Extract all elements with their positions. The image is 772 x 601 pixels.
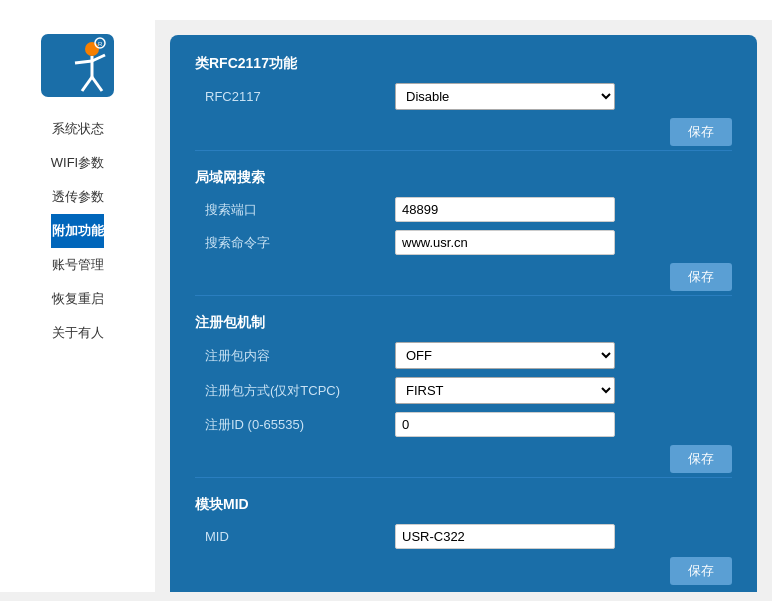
sidebar-item-extra-features[interactable]: 附加功能 <box>51 214 104 248</box>
sidebar-item-passthrough-params[interactable]: 透传参数 <box>51 180 104 214</box>
input-reg-id[interactable] <box>395 412 615 437</box>
input-search-port[interactable] <box>395 197 615 222</box>
control-reg-id <box>395 412 615 437</box>
form-row-mid-value: MID <box>195 524 732 549</box>
section-divider-0 <box>195 150 732 151</box>
svg-text:R: R <box>98 41 103 47</box>
logo-icon: R <box>40 33 115 98</box>
main-content: 类RFC2117功能RFC2117DisableEnable保存局域网搜索搜索端… <box>155 20 772 592</box>
section-divider-1 <box>195 295 732 296</box>
save-row-module-mid: 保存 <box>195 557 732 585</box>
label-reg-content: 注册包内容 <box>195 347 395 365</box>
sidebar: R 系统状态WIFI参数透传参数附加功能账号管理恢复重启关于有人 <box>0 20 155 592</box>
section-title-rfc2117: 类RFC2117功能 <box>195 55 732 73</box>
control-reg-mode: FIRSTEVERYLOGIN <box>395 377 615 404</box>
select-rfc2117-field[interactable]: DisableEnable <box>395 83 615 110</box>
save-row-lan-search: 保存 <box>195 263 732 291</box>
sidebar-item-system-status[interactable]: 系统状态 <box>51 112 104 146</box>
save-button-register-packet[interactable]: 保存 <box>670 445 732 473</box>
svg-rect-0 <box>42 35 113 96</box>
section-title-module-mid: 模块MID <box>195 496 732 514</box>
label-reg-id: 注册ID (0-65535) <box>195 416 395 434</box>
section-rfc2117: 类RFC2117功能RFC2117DisableEnable保存 <box>195 55 732 151</box>
sidebar-item-wifi-params[interactable]: WIFI参数 <box>51 146 104 180</box>
control-reg-content: OFFON <box>395 342 615 369</box>
form-row-reg-content: 注册包内容OFFON <box>195 342 732 369</box>
section-title-register-packet: 注册包机制 <box>195 314 732 332</box>
logo-area: R <box>38 30 118 100</box>
save-button-module-mid[interactable]: 保存 <box>670 557 732 585</box>
svg-point-1 <box>85 42 99 56</box>
label-search-port: 搜索端口 <box>195 201 395 219</box>
section-module-mid: 模块MIDMID保存 <box>195 496 732 585</box>
control-search-cmd <box>395 230 615 255</box>
label-search-cmd: 搜索命令字 <box>195 234 395 252</box>
label-rfc2117-field: RFC2117 <box>195 89 395 104</box>
content-panel: 类RFC2117功能RFC2117DisableEnable保存局域网搜索搜索端… <box>170 35 757 592</box>
save-button-lan-search[interactable]: 保存 <box>670 263 732 291</box>
sidebar-item-account-mgmt[interactable]: 账号管理 <box>51 248 104 282</box>
label-mid-value: MID <box>195 529 395 544</box>
select-reg-mode[interactable]: FIRSTEVERYLOGIN <box>395 377 615 404</box>
control-mid-value <box>395 524 615 549</box>
section-register-packet: 注册包机制注册包内容OFFON注册包方式(仅对TCPC)FIRSTEVERYLO… <box>195 314 732 478</box>
layout: R 系统状态WIFI参数透传参数附加功能账号管理恢复重启关于有人 类RFC211… <box>0 20 772 592</box>
label-reg-mode: 注册包方式(仅对TCPC) <box>195 382 395 400</box>
save-button-rfc2117[interactable]: 保存 <box>670 118 732 146</box>
input-search-cmd[interactable] <box>395 230 615 255</box>
form-row-reg-id: 注册ID (0-65535) <box>195 412 732 437</box>
save-row-rfc2117: 保存 <box>195 118 732 146</box>
form-row-rfc2117-field: RFC2117DisableEnable <box>195 83 732 110</box>
top-bar <box>0 0 772 20</box>
form-row-search-port: 搜索端口 <box>195 197 732 222</box>
section-divider-2 <box>195 477 732 478</box>
save-row-register-packet: 保存 <box>195 445 732 473</box>
nav-items-container: 系统状态WIFI参数透传参数附加功能账号管理恢复重启关于有人 <box>51 112 104 350</box>
section-lan-search: 局域网搜索搜索端口搜索命令字保存 <box>195 169 732 296</box>
form-row-reg-mode: 注册包方式(仅对TCPC)FIRSTEVERYLOGIN <box>195 377 732 404</box>
select-reg-content[interactable]: OFFON <box>395 342 615 369</box>
sidebar-item-about[interactable]: 关于有人 <box>51 316 104 350</box>
sidebar-item-restore-restart[interactable]: 恢复重启 <box>51 282 104 316</box>
control-rfc2117-field: DisableEnable <box>395 83 615 110</box>
form-row-search-cmd: 搜索命令字 <box>195 230 732 255</box>
svg-line-3 <box>75 61 92 63</box>
input-mid-value[interactable] <box>395 524 615 549</box>
control-search-port <box>395 197 615 222</box>
section-title-lan-search: 局域网搜索 <box>195 169 732 187</box>
